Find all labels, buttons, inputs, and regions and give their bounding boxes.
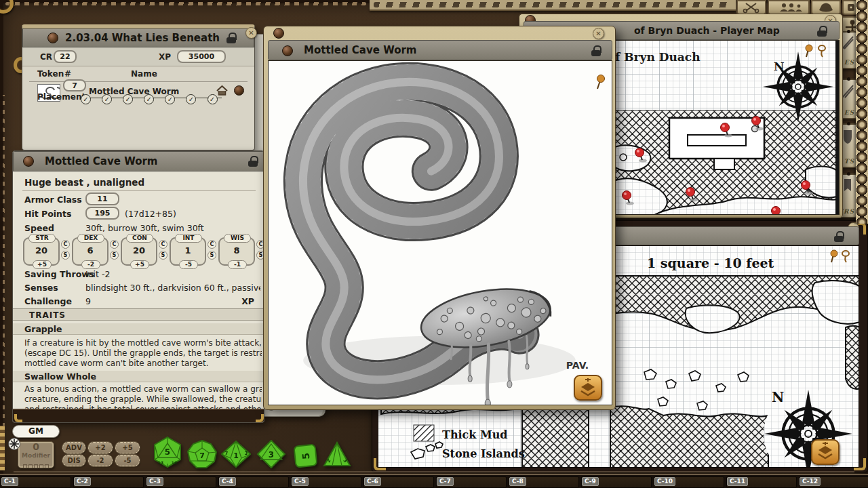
die-face: 1 [233,451,239,460]
d10-die[interactable]: 1 7 3 [221,441,251,468]
ability-score: 1 [171,245,205,256]
ac-field[interactable]: 11 [85,192,119,205]
ability-mod: +5 [130,260,149,269]
window-title: Mottled Cave Worm [304,44,417,56]
window-title: 2.03.04 What Lies Beneath [65,32,220,44]
d20-die[interactable]: 5 13 16 [152,436,183,468]
save-roll-button[interactable]: S [159,251,167,260]
plus5-button[interactable]: +5 [115,442,140,453]
d12-die[interactable]: 7 [187,440,217,468]
tools-button[interactable] [736,0,766,15]
check-roll-button[interactable]: C [208,240,216,249]
trait-text-line: mottled cave worm can't bite another tar… [24,359,262,368]
divider [14,471,854,472]
save-roll-button[interactable]: S [208,251,216,260]
type-line: Huge beast , unaligned [24,177,144,188]
encounter-summary-row: CR 22 XP 35000 [22,47,254,66]
minus2-button[interactable]: -2 [88,455,113,466]
ability-dex[interactable]: DEX 6 -2 [72,237,108,266]
window-orb-icon[interactable] [23,156,34,167]
npc-link-orb-icon[interactable] [234,85,244,96]
advantage-button[interactable]: ADV [62,442,85,453]
hotkey-label: C-9 [582,477,599,486]
placement-check-icon[interactable]: ✓ [165,94,175,104]
d6-die[interactable]: 5 [292,443,319,470]
sidebar-tab-label: ES [844,59,854,66]
lasso-icon[interactable] [817,44,827,58]
ability-str[interactable]: STR 20 +5 [23,237,60,266]
xp-label: XP [159,52,171,62]
speed-label: Speed [24,223,54,233]
encounter-titlebar[interactable]: 2.03.04 What Lies Beneath [22,28,254,47]
divider [22,190,256,191]
ability-con[interactable]: CON 20 +5 [121,237,157,266]
modifier-box[interactable]: 0 Modifier [18,441,54,468]
npc-count-field[interactable]: 7 [63,79,86,92]
hotkey-label: C-8 [509,477,526,486]
placement-check-icon[interactable]: ✓ [186,94,196,104]
traits-section-bar: TRAITS [13,308,264,321]
minus5-button[interactable]: -5 [115,455,140,466]
check-roll-button[interactable]: C [159,240,167,249]
lock-icon[interactable] [591,45,601,56]
disadvantage-button[interactable]: DIS [62,455,85,466]
trait-swallow-header[interactable]: Swallow Whole [13,371,264,382]
lasso-icon[interactable] [841,249,850,263]
ability-score: 20 [122,245,156,256]
trait-grapple-header[interactable]: Grapple [13,323,264,335]
ability-name: DEX [77,234,104,243]
people-icon [769,1,808,14]
d8-die[interactable]: 3 [256,440,286,468]
image-canvas[interactable]: PAV. [268,60,612,405]
close-icon[interactable]: ✕ [245,27,257,39]
d4-die[interactable]: 2 3 [323,441,351,468]
saves-label: Saving Throws [24,269,94,279]
ability-mod: -1 [228,260,247,269]
placement-check-icon[interactable]: ✓ [102,94,112,104]
npc-sheet-titlebar[interactable]: Mottled Cave Worm [13,151,264,171]
ac-label: Armor Class [24,195,82,205]
ability-int[interactable]: INT 1 -5 [170,237,206,266]
ability-name: STR [28,234,56,243]
placement-check-icon[interactable]: ✓ [208,94,218,104]
pushpin-icon[interactable] [595,75,605,89]
chat-identity-label[interactable]: GM [12,425,60,438]
plus2-button[interactable]: +2 [88,442,113,453]
column-header-count: # [64,69,71,79]
die-face-small: 7 [225,451,229,456]
tab-pin-icon [847,77,850,81]
placement-check-icon[interactable]: ✓ [144,94,154,104]
lock-icon[interactable] [226,33,236,43]
xp-field[interactable]: 35000 [177,50,226,63]
pushpin-icon[interactable] [804,44,813,58]
window-title: of Bryn Duach - Player Map [634,25,780,36]
window-orb-icon[interactable] [282,45,293,56]
cr-field[interactable]: 22 [54,50,77,63]
lock-icon[interactable] [834,231,844,242]
modifier-settings-button[interactable] [8,438,20,450]
tab-pin-icon [847,122,850,125]
image-titlebar[interactable]: Mottled Cave Worm [268,40,612,60]
window-orb-icon[interactable] [273,28,284,39]
save-roll-button[interactable]: S [61,251,70,260]
window-orb-icon[interactable] [47,33,58,43]
ability-mod: +5 [33,260,52,269]
ability-wis[interactable]: WIS 8 -1 [218,237,255,266]
save-roll-button[interactable]: S [110,251,119,260]
lock-icon[interactable] [248,156,258,167]
trait-text-line: creature, ending the grapple. While swal… [24,394,262,404]
check-roll-button[interactable]: C [110,240,119,249]
placement-check-icon[interactable]: ✓ [123,94,133,104]
pouch-button[interactable] [811,0,841,15]
layer-toggle-button[interactable] [811,439,840,465]
placement-checks: ✓ ✓ ✓ ✓ ✓ ✓ ✓ [81,92,225,104]
image-fit-button[interactable] [574,375,602,401]
lock-icon[interactable] [817,26,827,37]
close-icon[interactable]: ✕ [593,28,604,39]
hp-field[interactable]: 195 [85,207,119,220]
pushpin-icon[interactable] [829,249,838,263]
party-button[interactable] [768,0,810,15]
gold-corner [256,414,264,422]
check-roll-button[interactable]: C [61,240,70,249]
placement-check-icon[interactable]: ✓ [81,94,91,104]
